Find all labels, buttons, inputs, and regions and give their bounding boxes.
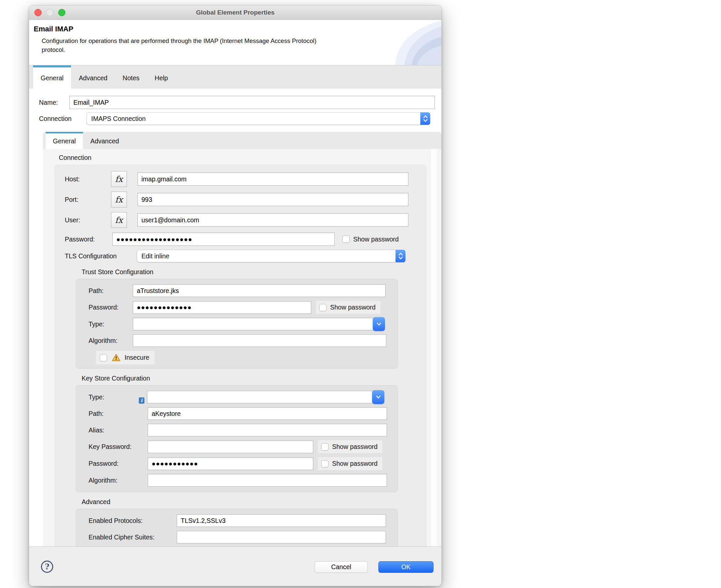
fx-expression-button-host[interactable]: fx xyxy=(111,171,127,187)
enabled-protocols-label: Enabled Protocols: xyxy=(88,517,177,525)
insecure-checkbox[interactable] xyxy=(100,354,107,361)
key-type-label: Type: xyxy=(88,394,139,401)
stepper-icon xyxy=(420,112,430,125)
key-store-group-box: Type: i Path: xyxy=(76,385,398,492)
tab-notes[interactable]: Notes xyxy=(115,65,147,88)
port-input[interactable] xyxy=(138,193,408,206)
trust-password-input[interactable] xyxy=(133,301,311,314)
key-algorithm-row: Algorithm: xyxy=(88,474,397,487)
fx-icon: fx xyxy=(115,195,123,205)
key-type-combo[interactable] xyxy=(147,391,384,403)
password-row: Password: Show password xyxy=(65,233,426,246)
password-input[interactable] xyxy=(112,233,335,246)
inner-tab-general[interactable]: General xyxy=(46,132,83,149)
trust-type-combo[interactable] xyxy=(133,318,385,330)
key-algorithm-input[interactable] xyxy=(148,474,387,487)
outer-tabbar: General Advanced Notes Help xyxy=(29,65,441,88)
trust-path-label: Path: xyxy=(88,287,133,295)
show-password-checkbox[interactable] xyxy=(342,235,350,243)
connection-group-label: Connection xyxy=(59,153,441,162)
decorative-swoosh xyxy=(362,20,441,65)
show-password-label: Show password xyxy=(330,303,376,311)
dialog-body: Name: Connection IMAPS Connection Ge xyxy=(29,88,441,546)
trust-password-label: Password: xyxy=(88,303,133,311)
enabled-protocols-input[interactable] xyxy=(177,514,386,527)
key-password-input[interactable] xyxy=(148,441,313,453)
tab-general[interactable]: General xyxy=(33,65,71,88)
host-row: Host: fx xyxy=(65,171,426,187)
trust-algorithm-input[interactable] xyxy=(133,334,386,347)
show-password-group: Show password xyxy=(342,235,399,243)
show-password-label: Show password xyxy=(353,235,399,243)
connection-select[interactable]: IMAPS Connection xyxy=(87,112,430,125)
tls-configuration-row: TLS Configuration Edit inline xyxy=(65,250,426,262)
enabled-cipher-suites-row: Enabled Cipher Suites: xyxy=(88,531,397,543)
enabled-cipher-suites-input[interactable] xyxy=(177,531,386,543)
inner-tab-advanced[interactable]: Advanced xyxy=(83,132,126,149)
trust-path-input[interactable] xyxy=(133,285,386,297)
window-title: Global Element Properties xyxy=(196,9,274,16)
desktop-background: Global Element Properties Email IMAP Con… xyxy=(0,0,721,588)
key-algorithm-label: Algorithm: xyxy=(88,477,148,484)
minimize-button[interactable] xyxy=(46,9,54,16)
trust-algorithm-label: Algorithm: xyxy=(88,337,133,344)
port-label: Port: xyxy=(65,196,111,204)
fx-expression-button-port[interactable]: fx xyxy=(111,192,127,207)
user-input[interactable] xyxy=(138,213,408,227)
keystore-password-input[interactable] xyxy=(148,458,313,470)
host-input[interactable] xyxy=(138,172,408,186)
inner-tabbar: General Advanced xyxy=(43,132,441,149)
name-input[interactable] xyxy=(69,96,435,109)
key-path-row: Path: xyxy=(88,407,397,420)
host-label: Host: xyxy=(65,175,111,183)
key-password-label: Key Password: xyxy=(88,443,148,450)
fx-icon: fx xyxy=(115,174,123,184)
close-button[interactable] xyxy=(34,9,42,16)
zoom-button[interactable] xyxy=(58,9,65,16)
stepper-icon xyxy=(395,250,406,262)
tls-configuration-value: Edit inline xyxy=(141,252,169,260)
show-password-group: Show password xyxy=(318,440,382,453)
connection-config-panel: General Advanced Connection Host: fx Po xyxy=(43,132,441,546)
titlebar[interactable]: Global Element Properties xyxy=(29,6,441,20)
connection-group-box: Host: fx Port: fx User: fx xyxy=(55,165,426,546)
key-alias-label: Alias: xyxy=(88,426,148,434)
keystore-password-show-checkbox[interactable] xyxy=(321,460,328,467)
trust-password-row: Password: Show password xyxy=(88,301,397,314)
tls-configuration-label: TLS Configuration xyxy=(65,252,137,260)
help-button[interactable]: ? xyxy=(41,561,53,573)
cancel-button[interactable]: Cancel xyxy=(314,561,368,573)
dialog-description: Configuration for operations that are pe… xyxy=(42,36,341,54)
tab-advanced[interactable]: Advanced xyxy=(71,65,115,88)
dialog-title: Email IMAP xyxy=(34,25,74,34)
main-fields: Name: Connection IMAPS Connection xyxy=(29,88,441,125)
insecure-row: Insecure xyxy=(88,351,397,364)
dialog-footer: ? Cancel OK xyxy=(29,546,441,586)
password-label: Password: xyxy=(65,235,112,243)
advanced-group-label: Advanced xyxy=(82,498,426,506)
inner-tab-content: Connection Host: fx Port: fx xyxy=(43,149,441,546)
key-password-show-checkbox[interactable] xyxy=(321,443,328,450)
enabled-protocols-row: Enabled Protocols: xyxy=(88,514,397,527)
connection-select-value: IMAPS Connection xyxy=(91,115,146,123)
key-path-input[interactable] xyxy=(148,407,387,420)
trust-show-password-checkbox[interactable] xyxy=(319,304,327,311)
ok-button[interactable]: OK xyxy=(378,561,434,573)
dialog-header: Email IMAP Configuration for operations … xyxy=(29,20,441,65)
fx-expression-button-user[interactable]: fx xyxy=(111,212,127,228)
trust-store-group-box: Path: Password: Show password xyxy=(76,279,398,369)
chevron-down-icon xyxy=(373,317,385,331)
enabled-cipher-suites-label: Enabled Cipher Suites: xyxy=(88,533,177,541)
tab-help[interactable]: Help xyxy=(147,65,176,88)
info-icon[interactable]: i xyxy=(139,397,144,404)
insecure-group: Insecure xyxy=(96,351,154,364)
key-alias-input[interactable] xyxy=(148,424,387,436)
key-password-row: Key Password: Show password xyxy=(88,440,397,453)
scrollbar-track[interactable] xyxy=(431,149,437,546)
show-password-group: Show password xyxy=(318,457,382,470)
tls-configuration-select[interactable]: Edit inline xyxy=(137,250,406,262)
keystore-password-label: Password: xyxy=(88,460,148,467)
traffic-lights xyxy=(34,6,65,20)
name-row: Name: xyxy=(39,96,441,109)
show-password-label: Show password xyxy=(332,460,378,467)
